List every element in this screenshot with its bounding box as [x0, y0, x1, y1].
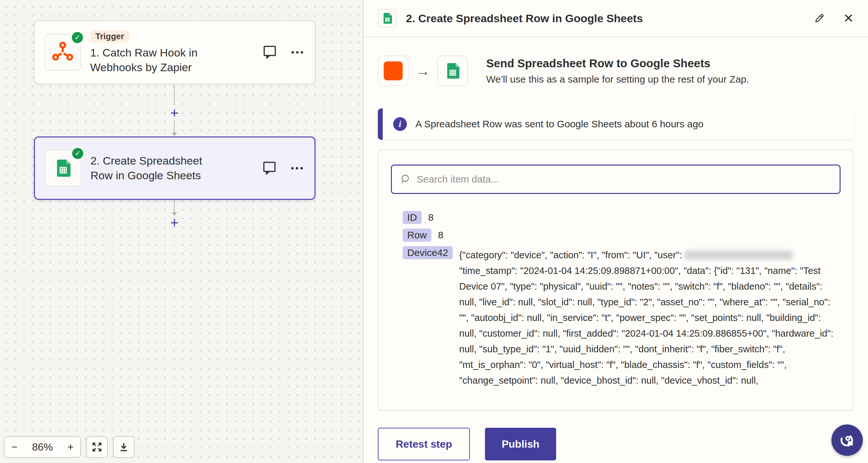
field-badge: Device42: [403, 246, 453, 259]
data-row-row: Row 8: [403, 228, 841, 242]
item-data-box: ID 8 Row 8 Device42 {"category": "device…: [378, 150, 854, 411]
banner-text: A Spreadsheet Row was sent to Google She…: [415, 119, 704, 130]
banner-accent-bar: [378, 109, 383, 140]
edit-step-button[interactable]: [814, 13, 825, 24]
search-icon: [400, 174, 411, 185]
source-app-icon-box: [378, 56, 408, 86]
panel-title: 2. Create Spreadsheet Row in Google Shee…: [406, 12, 805, 25]
test-result-banner: i A Spreadsheet Row was sent to Google S…: [378, 109, 854, 140]
sheets-app-icon-box: ✓: [45, 150, 81, 186]
google-sheets-icon: [53, 158, 73, 179]
header-actions: ✕: [814, 11, 854, 26]
zoom-level: 86%: [24, 437, 61, 457]
step-text: 2. Create Spreadsheet Row in Google Shee…: [90, 153, 223, 183]
more-options-button[interactable]: •••: [291, 163, 305, 174]
publish-button[interactable]: Publish: [485, 428, 556, 460]
step-card-action[interactable]: ✓ 2. Create Spreadsheet Row in Google Sh…: [34, 136, 315, 200]
card-actions: •••: [263, 161, 305, 175]
zap-editor: ✓ Trigger 1. Catch Raw Hook in Webhooks …: [0, 0, 868, 463]
zoom-group: − 86% +: [4, 436, 81, 458]
step-title: 1. Catch Raw Hook in Webhooks by Zapier: [90, 45, 222, 75]
workflow-canvas[interactable]: ✓ Trigger 1. Catch Raw Hook in Webhooks …: [0, 0, 364, 463]
field-value: 8: [428, 211, 434, 223]
step-card-trigger[interactable]: ✓ Trigger 1. Catch Raw Hook in Webhooks …: [34, 20, 315, 84]
success-check-icon: ✓: [71, 147, 85, 160]
close-icon: ✕: [843, 11, 854, 26]
success-check-icon: ✓: [70, 31, 84, 44]
redacted-user-value: [685, 250, 793, 259]
webhooks-icon: [52, 41, 73, 63]
connector-line: [174, 85, 175, 105]
retest-step-button[interactable]: Retest step: [378, 428, 470, 460]
download-icon: [119, 442, 129, 452]
webhooks-app-icon-box: ✓: [44, 34, 81, 70]
download-button[interactable]: [113, 436, 134, 458]
trigger-badge: Trigger: [90, 30, 129, 43]
field-badge: Row: [403, 228, 431, 242]
pencil-icon: [814, 13, 825, 24]
search-input[interactable]: [417, 174, 832, 185]
zoom-in-button[interactable]: +: [61, 437, 80, 457]
field-badge: ID: [403, 211, 422, 224]
webhooks-app-icon: [384, 61, 403, 80]
json-after: "time_stamp": "2024-01-04 14:25:09.89887…: [459, 266, 833, 385]
field-value: 8: [438, 228, 443, 241]
panel-footer: Retest step Publish: [378, 428, 854, 460]
test-summary: →: [378, 56, 854, 86]
card-actions: •••: [263, 45, 305, 59]
connector-line: [174, 121, 175, 132]
zoom-out-button[interactable]: −: [5, 437, 24, 457]
panel-header: 2. Create Spreadsheet Row in Google Shee…: [364, 0, 868, 37]
summary-subtext: We’ll use this as a sample for setting u…: [486, 74, 749, 85]
json-before: {"category": "device", "action": "I", "f…: [459, 250, 685, 260]
connector-arrow: [172, 132, 177, 136]
summary-heading: Send Spreadsheet Row to Google Sheets: [486, 57, 749, 70]
field-value-json: {"category": "device", "action": "I", "f…: [459, 246, 835, 388]
data-row-id: ID 8: [403, 211, 841, 224]
arrow-right-icon: →: [416, 63, 430, 79]
more-options-button[interactable]: •••: [291, 48, 305, 58]
summary-text: Send Spreadsheet Row to Google Sheets We…: [486, 57, 749, 85]
fullscreen-icon: [91, 441, 102, 453]
search-field[interactable]: [391, 164, 841, 194]
google-sheets-icon: [443, 61, 462, 80]
add-step-button[interactable]: +: [168, 216, 181, 229]
comment-button[interactable]: [263, 45, 276, 59]
headset-chat-icon: [839, 432, 856, 449]
step-detail-panel: 2. Create Spreadsheet Row in Google Shee…: [364, 0, 868, 463]
support-chat-button[interactable]: [831, 425, 863, 456]
canvas-zoom-controls: − 86% +: [4, 436, 134, 458]
add-step-button[interactable]: +: [168, 106, 181, 120]
result-rows: ID 8 Row 8 Device42 {"category": "device…: [391, 211, 841, 388]
step-text: Trigger 1. Catch Raw Hook in Webhooks by…: [90, 30, 222, 75]
data-row-device42: Device42 {"category": "device", "action"…: [403, 246, 841, 388]
target-app-icon-box: [437, 56, 468, 86]
panel-body: →: [364, 37, 868, 463]
fit-to-view-button[interactable]: [86, 436, 108, 458]
comment-button[interactable]: [263, 161, 276, 175]
info-icon: i: [393, 117, 407, 131]
connector-line: [174, 201, 175, 212]
close-panel-button[interactable]: ✕: [843, 11, 854, 26]
step-title: 2. Create Spreadsheet Row in Google Shee…: [90, 153, 223, 183]
google-sheets-icon: [378, 9, 397, 28]
